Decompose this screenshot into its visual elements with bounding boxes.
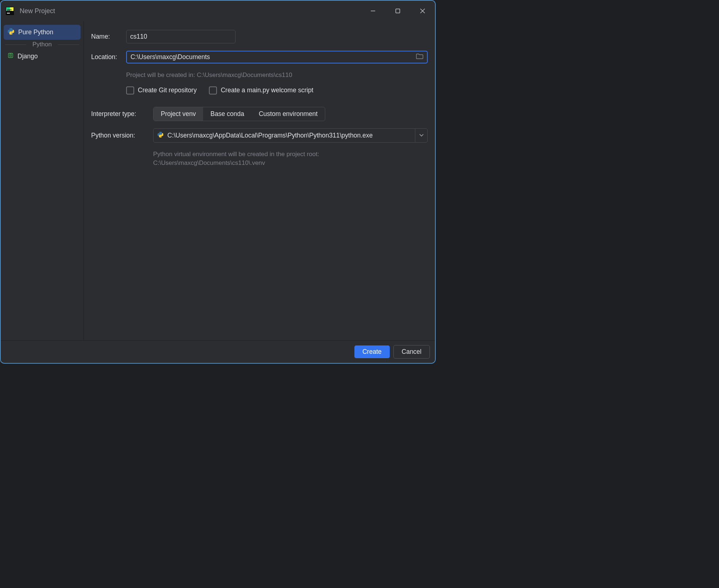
checkbox-row: Create Git repository Create a main.py w… (126, 86, 428, 94)
folder-icon[interactable] (416, 53, 423, 61)
svg-text:PC: PC (7, 8, 12, 12)
close-button[interactable] (415, 4, 430, 18)
checkbox-label: Create Git repository (138, 86, 197, 94)
cancel-button[interactable]: Cancel (393, 345, 430, 359)
location-input-wrapper[interactable] (126, 51, 428, 63)
window-title: New Project (20, 7, 366, 15)
location-hint: Project will be created in: C:\Users\max… (126, 71, 428, 80)
checkbox-box-icon (126, 86, 134, 94)
interpreter-label: Interpreter type: (91, 110, 153, 118)
python-version-label: Python version: (91, 132, 153, 139)
name-row: Name: (91, 30, 428, 43)
window-controls (366, 4, 430, 18)
seg-base-conda[interactable]: Base conda (203, 107, 251, 121)
svg-rect-11 (10, 55, 12, 57)
main-panel: Name: Location: Project will be created … (84, 21, 435, 340)
interpreter-type-segmented: Project venv Base conda Custom environme… (153, 107, 325, 121)
footer: Create Cancel (1, 340, 435, 363)
checkbox-mainpy-script[interactable]: Create a main.py welcome script (209, 86, 313, 94)
location-label: Location: (91, 53, 126, 61)
checkbox-box-icon (209, 86, 217, 94)
django-icon (7, 52, 14, 61)
name-label: Name: (91, 33, 126, 40)
maximize-button[interactable] (390, 4, 405, 18)
venv-hint-line1: Python virtual environment will be creat… (153, 150, 428, 159)
svg-rect-4 (7, 13, 10, 13)
checkbox-git-repository[interactable]: Create Git repository (126, 86, 197, 94)
chevron-down-icon[interactable] (415, 129, 427, 142)
interpreter-row: Interpreter type: Project venv Base cond… (91, 107, 428, 121)
dropdown-content: C:\Users\maxcg\AppData\Local\Programs\Py… (153, 129, 415, 142)
location-row: Location: (91, 51, 428, 63)
sidebar-item-django[interactable]: Django (4, 49, 81, 63)
body: Pure Python Python Django Name: (1, 21, 435, 340)
sidebar-item-label: Django (18, 53, 38, 60)
venv-hint: Python virtual environment will be creat… (153, 150, 428, 168)
sidebar-item-pure-python[interactable]: Pure Python (4, 25, 81, 40)
checkbox-label: Create a main.py welcome script (221, 86, 313, 94)
venv-hint-line2: C:\Users\maxcg\Documents\cs110\.venv (153, 159, 428, 168)
seg-custom-environment[interactable]: Custom environment (252, 107, 325, 121)
location-input[interactable] (131, 53, 416, 61)
minimize-button[interactable] (366, 4, 380, 18)
new-project-window: PC New Project (0, 0, 436, 364)
python-version-row: Python version: C:\Users\maxcg\AppData\L… (91, 128, 428, 143)
titlebar: PC New Project (1, 1, 435, 21)
python-icon (7, 28, 15, 37)
sidebar-item-label: Pure Python (18, 28, 53, 36)
name-input[interactable] (126, 30, 236, 43)
seg-project-venv[interactable]: Project venv (153, 107, 203, 121)
svg-rect-7 (396, 9, 400, 13)
python-version-dropdown[interactable]: C:\Users\maxcg\AppData\Local\Programs\Py… (153, 128, 428, 143)
python-icon (157, 131, 164, 140)
python-version-value: C:\Users\maxcg\AppData\Local\Programs\Py… (167, 132, 373, 139)
pycharm-icon: PC (6, 7, 14, 15)
create-button[interactable]: Create (354, 345, 390, 358)
sidebar-group-python: Python (4, 41, 81, 48)
sidebar: Pure Python Python Django (1, 21, 84, 340)
